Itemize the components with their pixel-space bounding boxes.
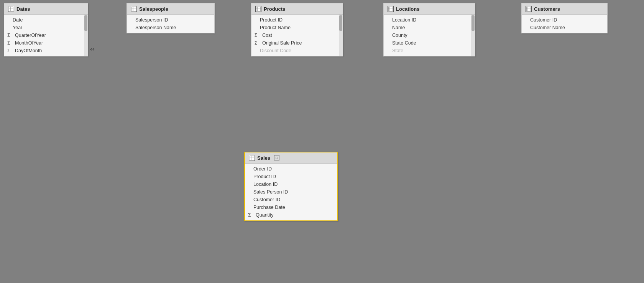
field-location-id-label: Location ID — [392, 17, 416, 23]
sales-table[interactable]: Sales □ Order ID Product ID Location ID … — [244, 152, 338, 221]
customers-table-title: Customers — [534, 6, 560, 12]
field-purchase-date[interactable]: Purchase Date — [245, 204, 337, 211]
dates-table-body: Date Year Σ QuarterOfYear Σ MonthOfYear … — [4, 15, 88, 56]
customers-table-body: Customer ID Customer Name — [522, 15, 607, 33]
field-quantity[interactable]: Σ Quantity — [245, 211, 337, 219]
table-icon-salespeople — [131, 6, 137, 12]
table-icon-products — [255, 6, 261, 12]
field-sales-customer-id-label: Customer ID — [253, 197, 280, 202]
sigma-icon-osp: Σ — [255, 40, 260, 46]
field-year[interactable]: Year — [4, 24, 83, 31]
customers-table[interactable]: Customers Customer ID Customer Name — [521, 3, 608, 33]
table-icon-locations — [388, 6, 394, 12]
field-salesperson-name-label: Salesperson Name — [135, 25, 176, 30]
field-customer-name[interactable]: Customer Name — [522, 24, 607, 31]
field-quantity-label: Quantity — [256, 212, 274, 218]
locations-table-title: Locations — [396, 6, 419, 12]
svg-rect-0 — [9, 7, 13, 11]
salespeople-table-header: Salespeople — [127, 3, 214, 15]
sales-table-title: Sales — [257, 155, 270, 161]
sigma-icon-quantity: Σ — [248, 212, 253, 218]
field-sales-location-id-label: Location ID — [253, 182, 278, 187]
locations-table-header: Locations — [384, 3, 475, 15]
field-sales-person-id-label: Sales Person ID — [253, 189, 288, 195]
field-original-sale-price-label: Original Sale Price — [262, 40, 302, 46]
field-state[interactable]: State — [384, 47, 470, 55]
sigma-icon-day: Σ — [7, 48, 13, 53]
field-date[interactable]: Date — [4, 16, 83, 24]
field-salesperson-name[interactable]: Salesperson Name — [127, 24, 214, 31]
field-order-id-label: Order ID — [253, 166, 272, 172]
svg-rect-3 — [131, 7, 136, 11]
field-date-label: Date — [13, 17, 23, 23]
svg-rect-12 — [526, 7, 531, 11]
field-product-name[interactable]: Product Name — [251, 24, 338, 31]
table-icon-customers — [526, 6, 532, 12]
sigma-icon-month: Σ — [7, 40, 13, 46]
locations-scrollbar-thumb — [472, 15, 475, 31]
field-quarterofyear-label: QuarterOfYear — [15, 33, 46, 38]
field-county-label: County — [392, 33, 407, 38]
field-product-id[interactable]: Product ID — [251, 16, 338, 24]
field-year-label: Year — [13, 25, 22, 30]
field-product-name-label: Product Name — [260, 25, 291, 30]
sales-table-header: Sales □ — [245, 152, 337, 164]
field-sales-product-id[interactable]: Product ID — [245, 173, 337, 180]
field-monthofyear[interactable]: Σ MonthOfYear — [4, 39, 83, 47]
field-customer-id-label: Customer ID — [530, 17, 557, 23]
locations-table[interactable]: Locations Location ID Name County State … — [383, 3, 475, 56]
field-location-id[interactable]: Location ID — [384, 16, 470, 24]
customers-table-header: Customers — [522, 3, 607, 15]
field-state-code-label: State Code — [392, 40, 416, 46]
sales-table-body: Order ID Product ID Location ID Sales Pe… — [245, 164, 337, 220]
field-location-name-label: Name — [392, 25, 405, 30]
field-sales-person-id[interactable]: Sales Person ID — [245, 188, 337, 196]
field-dayofmonth[interactable]: Σ DayOfMonth — [4, 47, 83, 55]
field-salesperson-id-label: Salesperson ID — [135, 17, 168, 23]
dates-table-title: Dates — [16, 6, 30, 12]
field-state-code[interactable]: State Code — [384, 39, 470, 47]
sales-table-extra-button[interactable]: □ — [274, 155, 279, 161]
field-location-name[interactable]: Name — [384, 24, 470, 31]
products-scrollbar-thumb — [339, 15, 342, 31]
dates-scrollbar[interactable] — [84, 15, 88, 56]
field-original-sale-price[interactable]: Σ Original Sale Price — [251, 39, 338, 47]
field-discount-code[interactable]: Discount Code — [251, 47, 338, 55]
field-quarterofyear[interactable]: Σ QuarterOfYear — [4, 31, 83, 39]
field-state-label: State — [392, 48, 403, 53]
salespeople-table-title: Salespeople — [139, 6, 168, 12]
dates-scrollbar-thumb — [84, 15, 87, 31]
table-icon-sales — [249, 155, 255, 161]
products-table-header: Products — [251, 3, 343, 15]
svg-rect-6 — [256, 7, 261, 11]
products-scrollbar[interactable] — [339, 15, 343, 56]
field-discount-code-label: Discount Code — [260, 48, 291, 53]
dates-resize-handle[interactable]: ⇔ — [90, 46, 95, 52]
field-cost-label: Cost — [262, 33, 272, 38]
field-dayofmonth-label: DayOfMonth — [15, 48, 42, 53]
field-customer-name-label: Customer Name — [530, 25, 565, 30]
products-table-body: Product ID Product Name Σ Cost Σ Origina… — [251, 15, 343, 56]
svg-rect-15 — [250, 156, 254, 160]
salespeople-table[interactable]: Salespeople Salesperson ID Salesperson N… — [127, 3, 215, 33]
dates-table[interactable]: ​ Dates Date Year Σ QuarterOfYear Σ Mont… — [4, 3, 88, 56]
field-sales-customer-id[interactable]: Customer ID — [245, 196, 337, 204]
table-icon-dates: ​ — [8, 6, 14, 12]
field-purchase-date-label: Purchase Date — [253, 205, 285, 210]
field-county[interactable]: County — [384, 31, 470, 39]
field-sales-location-id[interactable]: Location ID — [245, 180, 337, 188]
field-customer-id[interactable]: Customer ID — [522, 16, 607, 24]
salespeople-table-body: Salesperson ID Salesperson Name — [127, 15, 214, 33]
locations-scrollbar[interactable] — [471, 15, 475, 56]
locations-table-body: Location ID Name County State Code State — [384, 15, 475, 56]
field-salesperson-id[interactable]: Salesperson ID — [127, 16, 214, 24]
field-sales-product-id-label: Product ID — [253, 174, 276, 179]
field-order-id[interactable]: Order ID — [245, 165, 337, 173]
sigma-icon-cost: Σ — [255, 33, 260, 38]
sigma-icon-quarter: Σ — [7, 33, 13, 38]
products-table-title: Products — [264, 6, 285, 12]
field-product-id-label: Product ID — [260, 17, 283, 23]
svg-rect-9 — [388, 7, 393, 11]
products-table[interactable]: Products Product ID Product Name Σ Cost … — [251, 3, 343, 56]
field-cost[interactable]: Σ Cost — [251, 31, 338, 39]
